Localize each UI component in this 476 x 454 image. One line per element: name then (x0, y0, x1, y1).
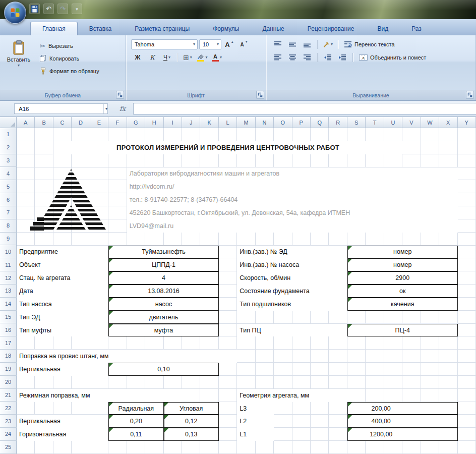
cell-S10[interactable]: номер (347, 246, 458, 259)
cell-C2[interactable]: ПРОТОКОЛ ИЗМЕРЕНИЙ И ПРОВЕДЕНИЯ ЦЕНТРОВО… (53, 141, 402, 154)
cell-S13[interactable]: ок (347, 285, 458, 298)
cell-A19[interactable]: Вертикальная (17, 363, 108, 376)
font-size-select[interactable]: 10 ▾ (199, 39, 221, 49)
cell-S14[interactable]: качения (347, 298, 458, 311)
copy-button[interactable]: Копировать (38, 53, 101, 64)
row-header-25[interactable]: 25 (0, 441, 17, 454)
row-header-13[interactable]: 13 (0, 285, 17, 298)
undo-button[interactable]: ↶ (43, 4, 54, 14)
row-header-3[interactable]: 3 (0, 154, 17, 167)
orientation-button[interactable]: ▾ (321, 39, 334, 49)
align-bottom-button[interactable] (301, 39, 314, 49)
cell-A16[interactable]: Тип муфты (17, 324, 108, 337)
column-header-W[interactable]: W (421, 117, 439, 128)
cell-F15[interactable]: двигатель (108, 311, 219, 324)
column-header-R[interactable]: R (329, 117, 347, 128)
cell-F14[interactable]: насос (108, 298, 219, 311)
borders-button[interactable]: ⊞ ▾ (181, 52, 194, 63)
align-top-button[interactable] (271, 39, 284, 49)
column-header-K[interactable]: K (200, 117, 218, 128)
cell-M14[interactable]: Тип подшипников (237, 298, 347, 311)
row-header-18[interactable]: 18 (0, 350, 17, 363)
cell-F19[interactable]: 0,10 (108, 363, 219, 376)
cell-M22[interactable]: L3 (237, 402, 274, 415)
cell-F16[interactable]: муфта (108, 324, 219, 337)
cell-M12[interactable]: Скорость, об/мин (237, 271, 347, 285)
cut-button[interactable]: ✂ Вырезать (38, 40, 101, 51)
row-header-21[interactable]: 21 (0, 389, 17, 402)
row-header-5[interactable]: 5 (0, 180, 17, 193)
grow-font-button[interactable]: А ▲ (223, 39, 236, 49)
office-button[interactable] (4, 2, 26, 24)
column-header-G[interactable]: G (127, 117, 145, 128)
row-header-24[interactable]: 24 (0, 428, 17, 441)
align-center-button[interactable] (286, 52, 299, 63)
row-header-14[interactable]: 14 (0, 298, 17, 311)
font-dialog-launcher[interactable] (256, 91, 264, 99)
cell-S23[interactable]: 400,00 (347, 415, 458, 428)
qat-customize-button[interactable]: ▾ (72, 4, 82, 14)
row-header-6[interactable]: 6 (0, 193, 17, 206)
row-header-9[interactable]: 9 (0, 233, 17, 246)
column-header-E[interactable]: E (90, 117, 108, 128)
insert-function-button[interactable]: fx (116, 103, 129, 114)
font-family-select[interactable]: Tahoma ▾ (131, 39, 198, 49)
cell-F24[interactable]: 0,11 (108, 428, 163, 441)
ribbon-tab-7[interactable]: Вид (366, 22, 400, 35)
align-right-button[interactable] (301, 52, 314, 63)
row-header-4[interactable]: 4 (0, 167, 17, 180)
cell-M11[interactable]: Инв.(зав.) № насоса (237, 258, 347, 271)
row-header-15[interactable]: 15 (0, 311, 17, 324)
cell-A12[interactable]: Стац. № агрегата (17, 271, 108, 285)
wrap-text-button[interactable]: Перенос текста (342, 39, 397, 49)
merge-center-button[interactable]: a Объединить и помест (356, 52, 429, 63)
column-header-V[interactable]: V (402, 117, 421, 128)
cell-F13[interactable]: 13.08.2016 (108, 285, 219, 298)
fill-color-button[interactable]: ▾ (196, 52, 209, 63)
cell-G7[interactable]: 452620 Башкортостан, г.Октябрьский, ул. … (127, 206, 458, 219)
save-button[interactable] (29, 4, 40, 14)
bold-button[interactable]: Ж (131, 52, 144, 63)
format-painter-button[interactable]: Формат по образцу (38, 66, 101, 77)
cell-G8[interactable]: LVD94@mail.ru (127, 219, 458, 233)
alignment-dialog-launcher[interactable] (466, 91, 474, 99)
cell-S24[interactable]: 1200,00 (347, 428, 458, 441)
cell-A10[interactable]: Предприятие (17, 246, 108, 259)
cell-M16[interactable]: Тип ПЦ (237, 324, 347, 337)
cell-A14[interactable]: Тип насоса (17, 298, 108, 311)
row-header-17[interactable]: 17 (0, 336, 17, 350)
cell-A13[interactable]: Дата (17, 285, 108, 298)
row-header-16[interactable]: 16 (0, 323, 17, 336)
italic-button[interactable]: К (146, 52, 159, 63)
cell-M10[interactable]: Инв.(зав.) № ЭД (237, 246, 347, 259)
font-color-button[interactable]: А ▾ (210, 52, 223, 63)
cell-F10[interactable]: Туймазынефть (108, 246, 219, 259)
align-left-button[interactable] (271, 52, 284, 63)
paste-button[interactable]: Вставить ▾ (3, 39, 34, 90)
row-header-7[interactable]: 7 (0, 206, 17, 219)
cell-F12[interactable]: 4 (108, 271, 219, 285)
row-header-23[interactable]: 23 (0, 415, 17, 428)
ribbon-tab-5[interactable]: Данные (251, 22, 295, 35)
ribbon-tab-3[interactable]: Разметка страницы (123, 22, 201, 35)
row-header-1[interactable]: 1 (0, 128, 17, 141)
row-header-8[interactable]: 8 (0, 219, 17, 233)
cell-I22[interactable]: Угловая (164, 402, 219, 415)
cell-A23[interactable]: Вертикальная (17, 415, 108, 428)
cell-G4[interactable]: Лаборатория вибродиагностики машин и агр… (127, 167, 458, 181)
column-header-X[interactable]: X (439, 117, 457, 128)
cell-M21[interactable]: Геометрия агрегата, мм (237, 389, 347, 402)
row-header-10[interactable]: 10 (0, 245, 17, 258)
ribbon-tab-1[interactable]: Главная (30, 22, 78, 35)
column-header-S[interactable]: S (347, 117, 366, 128)
cell-F22[interactable]: Радиальная (108, 402, 163, 415)
select-all-button[interactable] (0, 117, 17, 128)
column-header-M[interactable]: M (237, 117, 255, 128)
column-header-F[interactable]: F (108, 117, 127, 128)
cell-S11[interactable]: номер (347, 258, 458, 271)
cell-F11[interactable]: ЦППД-1 (108, 258, 219, 271)
column-header-U[interactable]: U (384, 117, 402, 128)
column-header-T[interactable]: T (366, 117, 384, 128)
column-header-D[interactable]: D (72, 117, 90, 128)
row-header-22[interactable]: 22 (0, 402, 17, 415)
